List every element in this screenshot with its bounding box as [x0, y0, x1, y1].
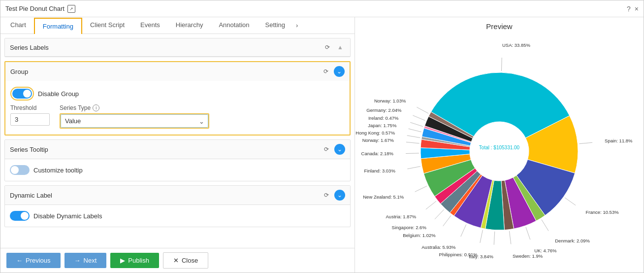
group-refresh-icon[interactable]: ⟳ [321, 67, 331, 76]
series-labels-collapse-icon[interactable]: ▲ [335, 42, 345, 52]
chart-container: USA: 33.85%Spain: 11.8%France: 10.53%Den… [360, 34, 639, 268]
customize-tooltip-container: Customize tooltip [10, 165, 345, 175]
publish-button[interactable]: ▶ Publish [110, 253, 159, 268]
svg-line-24 [415, 186, 427, 192]
tab-setting[interactable]: Setting [258, 17, 293, 34]
title-bar-left: Test Pie Donut Chart ↗ [5, 5, 75, 13]
svg-text:Norway: 1.03%: Norway: 1.03% [374, 98, 406, 103]
series-labels-header: Series Labels ⟳ ▲ [5, 38, 350, 57]
threshold-input[interactable] [10, 113, 50, 126]
threshold-group: Threshold [10, 104, 50, 126]
disable-group-container: Disable Group [10, 87, 345, 101]
external-link-icon[interactable]: ↗ [67, 5, 75, 13]
customize-tooltip-toggle[interactable] [10, 165, 30, 175]
tab-annotation[interactable]: Annotation [211, 17, 257, 34]
svg-line-12 [494, 231, 495, 244]
group-title: Group [10, 68, 28, 75]
svg-line-36 [410, 122, 423, 126]
tab-hierarchy[interactable]: Hierarchy [168, 17, 211, 34]
disable-group-label: Disable Group [38, 90, 79, 98]
toggle-knob-2 [11, 166, 19, 174]
svg-text:New Zealand: 5.1%: New Zealand: 5.1% [363, 194, 404, 199]
close-x-icon: ✕ [173, 257, 179, 264]
tab-client-script[interactable]: Client Script [82, 17, 132, 34]
right-panel: Preview USA: 33.85%Spain: 11.8%France: 1… [355, 17, 644, 273]
series-tooltip-header: Series Tooltip ⟳ ⌄ [5, 140, 350, 159]
title-bar-right: ? × [627, 5, 639, 13]
svg-line-30 [406, 142, 419, 143]
svg-text:Germany: 2.04%: Germany: 2.04% [366, 107, 402, 113]
dynamic-label-title: Dynamic Label [10, 192, 52, 199]
svg-line-6 [542, 219, 548, 231]
title-bar: Test Pie Donut Chart ↗ ? × [0, 0, 644, 17]
tab-formatting[interactable]: Formatting [34, 18, 82, 34]
svg-line-28 [406, 153, 419, 153]
svg-line-8 [526, 227, 530, 239]
next-button[interactable]: → Next [64, 253, 107, 268]
series-tooltip-title: Series Tooltip [10, 146, 48, 153]
dynamic-label-expand-icon[interactable]: ⌄ [334, 190, 345, 201]
series-type-select-wrapper: Value Percentage Count ⌄ [60, 113, 209, 129]
series-tooltip-content: Customize tooltip [5, 159, 350, 181]
svg-text:Hong Kong: 0.57%: Hong Kong: 0.57% [355, 130, 395, 136]
dynamic-label-actions: ⟳ ⌄ [322, 190, 345, 201]
series-labels-section: Series Labels ⟳ ▲ [4, 38, 351, 57]
previous-button[interactable]: ← Previous [6, 253, 61, 268]
svg-text:Belgium: 1.02%: Belgium: 1.02% [403, 233, 436, 238]
group-expand-icon[interactable]: ⌄ [334, 66, 345, 77]
series-type-group: Series Type i Value Percentage Count [60, 104, 209, 129]
svg-text:UK: 4.76%: UK: 4.76% [534, 248, 557, 253]
publish-icon: ▶ [120, 257, 125, 264]
close-window-icon[interactable]: × [635, 5, 639, 13]
svg-line-34 [409, 129, 421, 132]
left-panel: Chart Formatting Client Script Events Hi… [0, 17, 355, 273]
series-type-info-icon[interactable]: i [93, 104, 99, 111]
disable-dynamic-labels-container: Disable Dynamic Labels [10, 211, 345, 221]
svg-text:Singapore: 2.6%: Singapore: 2.6% [392, 225, 427, 230]
customize-tooltip-label: Customize tooltip [33, 167, 83, 174]
svg-text:Denmark: 2.09%: Denmark: 2.09% [555, 238, 590, 243]
series-tooltip-section: Series Tooltip ⟳ ⌄ Customize tooltip [4, 139, 351, 181]
group-content: Disable Group Threshold Series Type i [5, 81, 350, 135]
svg-line-22 [426, 201, 436, 209]
disable-group-toggle[interactable] [12, 89, 32, 99]
disable-group-toggle-wrapper [10, 87, 34, 101]
svg-text:USA: 33.85%: USA: 33.85% [502, 42, 531, 47]
disable-dynamic-labels-label: Disable Dynamic Labels [33, 212, 102, 220]
window-title: Test Pie Donut Chart [5, 5, 64, 12]
group-header: Group ⟳ ⌄ [5, 62, 350, 81]
svg-line-40 [417, 107, 428, 113]
svg-text:Philippines: 0.91%: Philippines: 0.91% [439, 251, 478, 257]
svg-text:Finland: 3.03%: Finland: 3.03% [364, 168, 395, 173]
group-actions: ⟳ ⌄ [321, 66, 345, 77]
svg-text:Australia: 5.93%: Australia: 5.93% [421, 244, 456, 250]
svg-line-18 [443, 215, 451, 226]
help-icon[interactable]: ? [627, 5, 631, 13]
tab-events[interactable]: Events [132, 17, 168, 34]
dynamic-label-content: Disable Dynamic Labels [5, 205, 350, 227]
footer: ← Previous → Next ▶ Publish ✕ Close [0, 248, 354, 273]
series-labels-refresh-icon[interactable]: ⟳ [322, 42, 332, 52]
group-section: Group ⟳ ⌄ Disa [4, 61, 351, 136]
tab-chart[interactable]: Chart [2, 17, 34, 34]
svg-line-16 [461, 224, 466, 237]
series-labels-actions: ⟳ ▲ [322, 42, 345, 52]
preview-title: Preview [360, 22, 639, 31]
svg-text:Japan: 1.75%: Japan: 1.75% [368, 122, 397, 128]
series-tooltip-expand-icon[interactable]: ⌄ [334, 144, 345, 155]
svg-text:Ireland: 0.47%: Ireland: 0.47% [368, 115, 399, 121]
main-content: Chart Formatting Client Script Events Hi… [0, 17, 644, 273]
svg-line-20 [435, 209, 444, 219]
series-tooltip-refresh-icon[interactable]: ⟳ [322, 144, 331, 154]
dynamic-label-header: Dynamic Label ⟳ ⌄ [5, 186, 350, 205]
svg-text:Norway: 1.67%: Norway: 1.67% [362, 137, 394, 143]
svg-text:Canada: 2.18%: Canada: 2.18% [361, 150, 394, 156]
disable-dynamic-labels-toggle[interactable] [10, 211, 30, 221]
svg-line-26 [407, 166, 420, 169]
svg-line-38 [413, 115, 425, 120]
svg-line-4 [565, 198, 576, 205]
series-type-select[interactable]: Value Percentage Count [61, 114, 208, 128]
dynamic-label-refresh-icon[interactable]: ⟳ [322, 190, 331, 200]
tabs-more-arrow[interactable]: › [294, 18, 300, 33]
close-button[interactable]: ✕ Close [163, 252, 208, 269]
